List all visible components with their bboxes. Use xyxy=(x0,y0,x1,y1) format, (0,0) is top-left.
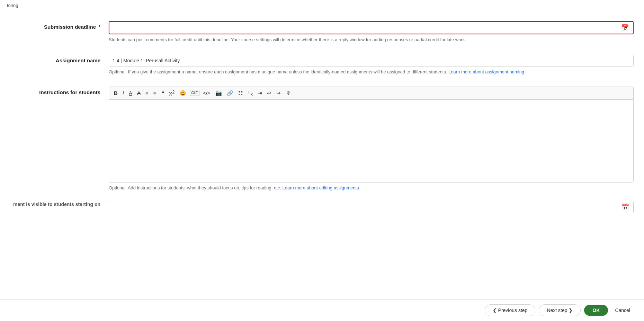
instructions-row: Instructions for students B I A A ≡ ≡ ❝ … xyxy=(10,87,634,193)
editing-assignments-link[interactable]: Learn more about editing assignments xyxy=(283,185,359,190)
instructions-label: Instructions for students xyxy=(10,87,100,95)
calendar-icon[interactable]: 📅 xyxy=(620,23,630,32)
top-label: toring xyxy=(0,0,644,11)
cancel-button[interactable]: Cancel xyxy=(611,305,634,316)
visible-starting-label: ment is visible to students starting on xyxy=(10,199,100,207)
assignment-naming-link[interactable]: Learn more about assignment naming xyxy=(448,69,524,74)
strikethrough-button[interactable]: A xyxy=(136,90,142,96)
superscript-button[interactable]: X2 xyxy=(168,89,176,97)
bold-button[interactable]: B xyxy=(113,90,119,96)
instructions-editor[interactable] xyxy=(109,99,634,182)
visible-starting-input[interactable] xyxy=(112,203,620,211)
code-button[interactable]: </> xyxy=(202,90,212,96)
red-arrow-annotation xyxy=(0,11,7,42)
clear-format-button[interactable]: Tx xyxy=(246,89,254,97)
image-button[interactable]: 📷 xyxy=(214,90,223,96)
instructions-content: B I A A ≡ ≡ ❝ X2 😀 GIF </> 📷 🔗 ☷ Tx ⇥ xyxy=(109,87,634,193)
unordered-list-button[interactable]: ≡ xyxy=(152,90,158,96)
link-button[interactable]: 🔗 xyxy=(225,90,235,96)
submission-deadline-label: Submission deadline * xyxy=(10,21,100,30)
submission-deadline-hint: Students can post comments for full cred… xyxy=(109,36,634,43)
footer-bar: ❮ Previous step Next step ❯ OK Cancel xyxy=(0,299,644,321)
assignment-name-input[interactable] xyxy=(112,56,630,65)
submission-deadline-input-wrapper: 📅 xyxy=(109,21,634,34)
editor-toolbar: B I A A ≡ ≡ ❝ X2 😀 GIF </> 📷 🔗 ☷ Tx ⇥ xyxy=(109,87,634,99)
visible-starting-row: ment is visible to students starting on … xyxy=(10,199,634,213)
ok-button[interactable]: OK xyxy=(584,305,608,316)
ordered-list-button[interactable]: ≡ xyxy=(144,90,150,96)
emoji-button[interactable]: 😀 xyxy=(178,90,188,96)
visible-calendar-icon[interactable]: 📅 xyxy=(620,203,630,212)
indent-button[interactable]: ⇥ xyxy=(256,90,263,96)
instructions-hint: Optional. Add instructions for students:… xyxy=(109,185,634,191)
submission-deadline-input[interactable] xyxy=(112,24,620,32)
table-button[interactable]: ☷ xyxy=(237,90,244,96)
blockquote-button[interactable]: ❝ xyxy=(160,90,166,96)
gif-button[interactable]: GIF xyxy=(190,90,199,96)
previous-step-button[interactable]: ❮ Previous step xyxy=(485,304,536,316)
visible-starting-content: 📅 xyxy=(109,199,634,213)
required-indicator: * xyxy=(98,24,100,30)
underline-button[interactable]: A xyxy=(127,90,134,96)
visible-starting-input-wrapper: 📅 xyxy=(109,201,634,213)
submission-deadline-content: 📅 Students can post comments for full cr… xyxy=(109,21,634,45)
assignment-name-hint: Optional. If you give the assignment a n… xyxy=(109,69,634,75)
next-step-button[interactable]: Next step ❯ xyxy=(539,304,581,316)
assignment-name-label: Assignment name xyxy=(10,55,100,63)
submission-deadline-row: Submission deadline * 📅 Students can pos… xyxy=(10,14,634,45)
assignment-name-content: Optional. If you give the assignment a n… xyxy=(109,55,634,77)
italic-button[interactable]: I xyxy=(121,90,125,96)
undo-button[interactable]: ↩ xyxy=(266,90,273,96)
redo-button[interactable]: ↪ xyxy=(275,90,282,96)
microphone-button[interactable]: 🎙 xyxy=(284,90,292,96)
assignment-name-row: Assignment name Optional. If you give th… xyxy=(10,55,634,77)
assignment-name-input-wrapper xyxy=(109,55,634,66)
